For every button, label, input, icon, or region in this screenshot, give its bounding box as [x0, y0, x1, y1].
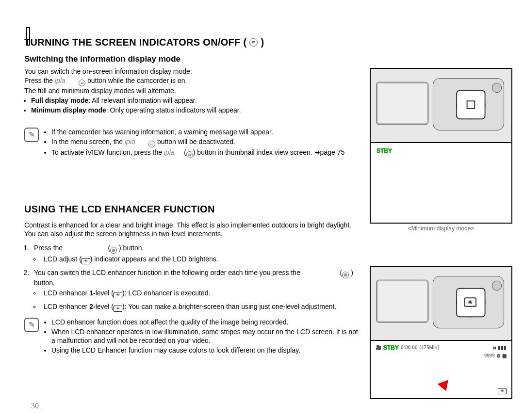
note1-l2c: button will be deactivated. [157, 138, 235, 145]
stby-label: STBY [383, 344, 399, 352]
note1-l3c: ) button in thumbnail index view screen.… [193, 148, 344, 156]
s1-line3: The full and minimum display modes will … [24, 86, 359, 96]
s2c-bold: 1- [89, 289, 95, 297]
bullet2-label: Minimum display mode [31, 106, 106, 114]
red-arrow-icon [437, 380, 451, 393]
step-2: You can switch the LCD enhancer function… [31, 268, 359, 312]
screen-full-display: 🎥 STBY 0:00:00 [475Min] ⧈ ▮▮▮ 9999 ⧉ ▦ ☀ [370, 341, 512, 399]
lcd-adjust-icon: ☀ [498, 388, 507, 394]
s2d-pre: LCD enhancer [44, 303, 89, 310]
camcorder-illustration-1 [370, 68, 512, 143]
camcorder-svg [371, 69, 511, 142]
note-icon: ✎ [24, 318, 39, 332]
camcorder-svg: ☀ [371, 267, 511, 340]
step1a: Press the [34, 244, 63, 252]
bullet2-text: : Only operating status indicators will … [106, 106, 241, 114]
note2-l2: When LCD enhancer operates in low illumi… [51, 327, 359, 346]
note-box-2: ✎ LCD enhancer function does not affect … [24, 317, 359, 356]
section2-intro: Contrast is enhanced for a clear and bri… [24, 221, 359, 239]
section2-title: USING THE LCD ENHANCER FUNCTION [24, 203, 359, 216]
iplay-label: ipla [125, 138, 135, 145]
step2-sub1: LCD enhancer 1-level (☀): LCD enhancer i… [41, 289, 359, 298]
s1-line2: Press the ipla ▭ button while the camcor… [24, 76, 359, 86]
note-box-1: ✎ If the camcorder has warning informati… [24, 127, 359, 159]
iplay-label: ipla [55, 77, 66, 84]
lcd-enhancer-button-icon: ▥ [342, 272, 349, 278]
s2d-post: level ( [96, 303, 114, 310]
illustration-group-1: STBY <Minimum display mode> [370, 68, 512, 232]
display-button-icon: ▭ [148, 141, 155, 147]
note2-l1: LCD enhancer function does not affect th… [51, 318, 359, 327]
svg-point-6 [492, 83, 501, 92]
lcd-level1-icon: ☀ [114, 292, 122, 298]
bullet1-text: : All relevant information will appear. [88, 97, 196, 104]
bullet-full-display: Full display mode: All relevant informat… [31, 96, 359, 105]
step2a: You can switch the LCD enhancer function… [34, 269, 300, 276]
section1-title: TURNING THE SCREEN INDICATORS ON/OFF ( ▭… [24, 36, 359, 49]
screen-min-display: STBY [370, 143, 512, 224]
svg-text:☀: ☀ [468, 299, 473, 305]
note-icon: ✎ [24, 128, 39, 142]
s1-bullets: Full display mode: All relevant informat… [31, 96, 359, 115]
remaining-time: [475Min] [419, 344, 439, 351]
s2d-bold: 2- [89, 303, 95, 310]
lcd-adjust-icon: ☀ [82, 258, 90, 264]
step1c: LCD adjust ( [44, 255, 82, 263]
s2d-end: ): You can make a brighter-screen than u… [122, 303, 336, 310]
step1-sub: LCD adjust (☀) indicator appears and the… [41, 255, 359, 264]
s2c-post: level ( [96, 289, 114, 297]
section1-body: You can switch the on-screen information… [24, 67, 359, 115]
resolution-icon: ⧉ [497, 353, 500, 359]
svg-rect-1 [377, 83, 427, 124]
display-button-icon: ▭ [186, 151, 193, 158]
status-row-1: 🎥 STBY 0:00:00 [475Min] ⧈ ▮▮▮ [376, 344, 507, 352]
note2-content: LCD enhancer function does not affect th… [45, 317, 359, 356]
s1-line2a: Press the [24, 77, 55, 84]
lcd-enhancer-indicator: ☀ [498, 386, 507, 394]
step2-sub2: LCD enhancer 2-level (☀): You can make a… [41, 302, 359, 312]
illustration-group-2: ☀ 🎥 STBY 0:00:00 [475Min] ⧈ ▮▮▮ 9999 ⧉ ▦… [370, 266, 512, 399]
s1-line1: You can switch the on-screen information… [24, 67, 359, 76]
note1-content: If the camcorder has warning information… [45, 127, 344, 159]
step-1: Press the (▥ ) button. LCD adjust (☀) in… [31, 243, 359, 264]
svg-rect-8 [377, 281, 427, 322]
camera-icon: 🎥 [376, 344, 381, 351]
step1b: ) button. [119, 244, 144, 252]
card-icon: ⧈ [493, 344, 496, 351]
status-row-2: 9999 ⧉ ▦ [376, 353, 507, 359]
note1-l2a: In the menu screen, the [51, 138, 125, 145]
lcd-enhancer-button-icon: ▥ [110, 247, 117, 254]
note1-l3: To activate iVIEW function, press the ip… [51, 148, 344, 158]
section2-steps: Press the (▥ ) button. LCD adjust (☀) in… [31, 243, 359, 311]
photo-count: 9999 [484, 353, 495, 359]
display-button-icon: ▭ [79, 80, 85, 86]
bullet1-label: Full display mode [31, 97, 88, 104]
subtitle-1: Switching the information display mode [24, 54, 359, 65]
quality-icon: ▦ [502, 353, 507, 359]
s2c-pre: LCD enhancer [44, 289, 89, 297]
chapter-bar [26, 27, 30, 46]
time-counter: 0:00:00 [401, 344, 417, 351]
svg-point-14 [492, 281, 501, 290]
bullet-min-display: Minimum display mode: Only operating sta… [31, 106, 359, 115]
s2-line2: You can also adjust the screen brightnes… [24, 229, 359, 239]
s2c-end: ): LCD enhancer is executed. [122, 289, 210, 297]
display-button-icon: ▭ [249, 38, 258, 47]
page-number: 30_ [31, 401, 43, 411]
iplay-label: ipla [164, 148, 175, 156]
lcd-level2-icon: ☀ [114, 306, 122, 312]
note1-l1: If the camcorder has warning information… [51, 128, 344, 137]
s1-line2c: button while the camcorder is on. [87, 77, 187, 84]
page-number-value: 30 [31, 402, 39, 410]
note1-l3a: To activate iVIEW function, press the [51, 148, 164, 156]
section1-title-text: TURNING THE SCREEN INDICATORS ON/OFF ( [24, 36, 246, 49]
caption-min-display: <Minimum display mode> [370, 225, 512, 232]
step1d: ) indicator appears and the LCD brighten… [90, 255, 218, 263]
note2-l3: Using the LCD Enhancer function may caus… [51, 346, 359, 355]
svg-rect-4 [457, 91, 485, 119]
note1-l2: In the menu screen, the ipla ▭ button wi… [51, 137, 344, 147]
battery-icon: ▮▮▮ [498, 344, 507, 351]
stby-label: STBY [377, 147, 392, 154]
camcorder-illustration-2: ☀ [370, 266, 512, 341]
section1-title-end: ) [261, 36, 264, 49]
